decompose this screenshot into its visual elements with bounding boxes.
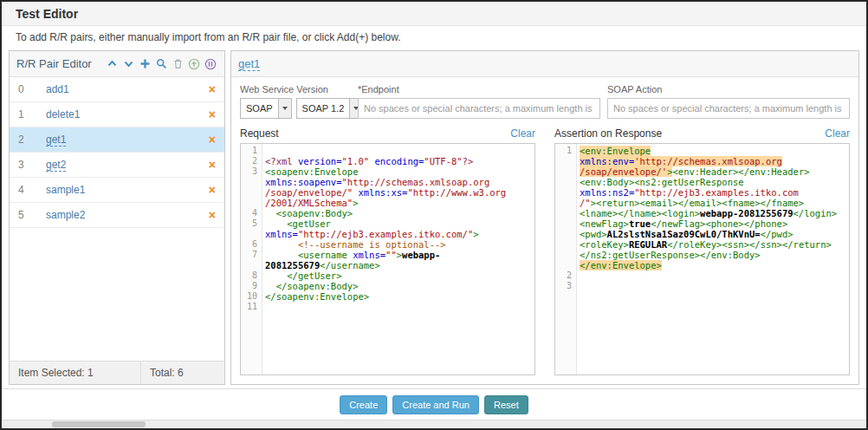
- code-line: <newFlag>true</newFlag><phone></phone>: [555, 218, 849, 229]
- reset-button[interactable]: Reset: [484, 395, 528, 414]
- detail-form: Web Service Version SOAP SOAP 1.2 *Endpo: [231, 77, 858, 119]
- row-delete-icon[interactable]: ×: [209, 209, 216, 221]
- pair-row[interactable]: 5sample2×: [10, 203, 224, 228]
- code-line: 3: [555, 281, 849, 291]
- move-down-button[interactable]: [121, 57, 135, 71]
- pair-list: 0add1×1delete1×2get1×3get2×4sample1×5sam…: [10, 77, 224, 361]
- delete-pair-button[interactable]: [171, 57, 185, 71]
- detail-panel: get1 Web Service Version SOAP SOAP 1.2: [230, 50, 859, 385]
- chevron-up-icon: [107, 58, 118, 69]
- create-and-run-button[interactable]: Create and Run: [392, 395, 479, 414]
- pair-row[interactable]: 1delete1×: [10, 102, 224, 127]
- plus-icon: [139, 58, 151, 69]
- code-line: 2081255679</username>: [241, 260, 534, 270]
- protocol-select[interactable]: SOAP: [240, 98, 292, 119]
- row-index: 0: [18, 83, 46, 95]
- row-delete-icon[interactable]: ×: [209, 108, 216, 121]
- row-delete-icon[interactable]: ×: [209, 184, 216, 196]
- pair-row[interactable]: 0add1×: [10, 77, 224, 102]
- code-line: 1: [241, 146, 534, 156]
- row-name[interactable]: sample2: [46, 209, 209, 221]
- horizontal-scrollbar[interactable]: [2, 420, 866, 428]
- code-line: 7 <username xmlns="">webapp-: [241, 250, 534, 260]
- soap-version-select-value: SOAP 1.2: [297, 103, 350, 114]
- create-button[interactable]: Create: [340, 395, 387, 414]
- pair-editor-toolbar: [105, 57, 217, 71]
- detail-header: get1: [231, 51, 858, 77]
- circle-pause-icon: [204, 58, 217, 70]
- row-delete-icon[interactable]: ×: [209, 134, 216, 146]
- pair-editor-header: R/R Pair Editor: [10, 51, 224, 77]
- code-line: </ns2:getUserResponse></env:Body>: [555, 250, 849, 260]
- pair-row[interactable]: 3get2×: [10, 153, 224, 178]
- request-code-editor[interactable]: 1 2<?xml version="1.0" encoding="UTF-8"?…: [240, 143, 535, 375]
- code-line: 2: [555, 270, 849, 281]
- pause-button[interactable]: [204, 57, 217, 71]
- pair-row[interactable]: 4sample1×: [10, 178, 224, 203]
- row-name[interactable]: sample1: [46, 184, 209, 196]
- add-pair-button[interactable]: [138, 57, 152, 71]
- code-line: <env:Body><ns2:getUserResponse: [555, 177, 849, 187]
- code-line: xmlns:ns2="http://ejb3.examples.itko.com: [555, 187, 849, 198]
- pair-editor-title: R/R Pair Editor: [16, 57, 92, 70]
- code-line: 5 <getUser: [241, 218, 534, 229]
- assertion-label: Assertion on Response: [554, 127, 662, 140]
- search-icon: [156, 58, 167, 69]
- code-line: 10</soapenv:Envelope>: [241, 291, 534, 302]
- row-delete-icon[interactable]: ×: [209, 83, 216, 95]
- row-delete-icon[interactable]: ×: [209, 159, 216, 171]
- scrollbar-thumb[interactable]: [52, 421, 146, 427]
- assertion-clear-link[interactable]: Clear: [825, 127, 850, 140]
- request-clear-link[interactable]: Clear: [510, 127, 535, 140]
- row-index: 2: [18, 134, 46, 146]
- code-line: </env:Envelope>: [555, 260, 849, 270]
- row-index: 5: [18, 209, 46, 221]
- row-name[interactable]: get2: [46, 159, 209, 171]
- pair-editor-footer: Item Selected: 1 Total: 6: [10, 361, 224, 384]
- endpoint-input[interactable]: [358, 98, 600, 119]
- circle-arrow-up-icon: [188, 58, 200, 70]
- row-index: 1: [18, 108, 46, 121]
- chevron-down-icon: [123, 58, 134, 69]
- pair-row[interactable]: 2get1×: [10, 127, 224, 153]
- row-name[interactable]: delete1: [46, 108, 209, 121]
- request-block: Request Clear 1 2<?xml version="1.0" enc…: [240, 127, 535, 375]
- row-name[interactable]: add1: [46, 83, 209, 95]
- code-line: /soap/envelope/'><env:Header></env:Heade…: [555, 166, 849, 177]
- instruction-text: To add R/R pairs, either manually import…: [2, 26, 866, 49]
- assertion-code-editor[interactable]: 1<env:Envelopexmlns:env='http://schemas.…: [554, 143, 850, 375]
- request-label: Request: [240, 127, 279, 140]
- move-up-button[interactable]: [105, 57, 119, 71]
- code-line: /"><return><email></email><fname></fname…: [555, 198, 849, 208]
- code-line: xmlns:env='http://schemas.xmlsoap.org: [555, 156, 849, 166]
- code-line: 4 <soapenv:Body>: [241, 208, 534, 218]
- item-selected-count: Item Selected: 1: [10, 362, 141, 384]
- code-line: <pwd>AL2slstNsa1Saz09CwL0/ThKVnU=</pwd>: [555, 229, 849, 239]
- soap-version-select[interactable]: SOAP 1.2: [296, 98, 364, 119]
- row-index: 4: [18, 184, 46, 196]
- protocol-select-arrow[interactable]: [278, 99, 291, 118]
- soap-action-label: SOAP Action: [607, 84, 850, 94]
- actions-bar: Create Create and Run Reset: [2, 388, 866, 420]
- selected-pair-title[interactable]: get1: [238, 57, 260, 71]
- code-line: xmlns="http://ejb3.examples.itko.com/">: [241, 229, 534, 239]
- import-button[interactable]: [187, 57, 201, 71]
- code-line: 1<env:Envelope: [555, 146, 849, 156]
- assertion-block: Assertion on Response Clear 1<env:Envelo…: [554, 127, 850, 375]
- protocol-select-value: SOAP: [241, 103, 278, 114]
- row-name[interactable]: get1: [46, 134, 209, 146]
- code-line: <roleKey>REGULAR</roleKey><ssn></ssn></r…: [555, 239, 849, 250]
- row-index: 3: [18, 159, 46, 171]
- search-button[interactable]: [154, 57, 168, 71]
- pair-editor-panel: R/R Pair Editor: [9, 50, 225, 385]
- code-line: 6 <!--username is optional-->: [241, 239, 534, 250]
- code-line: 2<?xml version="1.0" encoding="UTF-8"?>: [241, 156, 534, 166]
- code-line: /soap/envelope/" xmlns:xs="http://www.w3…: [241, 187, 534, 198]
- code-line: 9 </soapenv:Body>: [241, 281, 534, 291]
- code-line: 3<soapenv:Envelope: [241, 166, 534, 177]
- web-service-version-label: Web Service Version: [240, 84, 351, 94]
- code-line: /2001/XMLSchema">: [241, 198, 534, 208]
- content-area: R/R Pair Editor: [2, 49, 866, 385]
- test-editor-window: { "window": { "title": "Test Editor", "i…: [0, 0, 868, 430]
- soap-action-input[interactable]: [607, 98, 850, 119]
